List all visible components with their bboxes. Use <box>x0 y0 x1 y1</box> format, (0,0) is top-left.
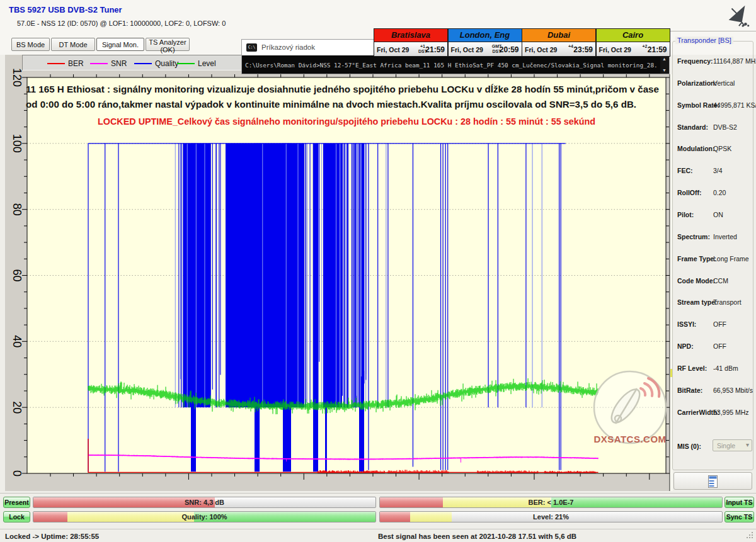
transponder-row-value: Vertical <box>713 79 735 87</box>
transponder-row-value: DVB-S2 <box>713 123 737 131</box>
bar-value-label: Quality: 100% <box>33 513 375 521</box>
legend-label: SNR <box>111 59 127 68</box>
snr-progress-bar: SNR: 4,3 dB <box>33 497 376 508</box>
svg-text:60: 60 <box>11 269 23 281</box>
snr-swatch-icon <box>90 63 108 64</box>
clock-time: 20:59 <box>500 45 519 54</box>
transponder-row: NPD:OFF <box>672 342 756 351</box>
transponder-row-label: Polarization: <box>677 79 717 87</box>
transponder-row-value: Transport <box>713 298 742 306</box>
clock-bratislava: Bratislava Fri, Oct 29 +1DST 21:59 <box>374 28 448 57</box>
transponder-row-value: Inverted <box>713 233 737 240</box>
app-subtitle: 57.0E - NSS 12 (ID: 0570) @ LOF1: 100000… <box>17 20 226 27</box>
transponder-row: BitRate:66,953 Mbit/s <box>672 387 756 395</box>
svg-text:40: 40 <box>11 335 23 347</box>
transponder-row-label: RF Level: <box>677 364 707 372</box>
transponder-row: Code Mode:CCM <box>672 277 756 286</box>
resize-grip[interactable] <box>746 531 754 539</box>
legend-label: Quality <box>155 59 178 68</box>
clock-dubai: Dubai Fri, Oct 29 +4 23:59 <box>522 28 596 57</box>
clock-time: 23:59 <box>573 45 593 54</box>
clock-datetime: Fri, Oct 29 +1DST 21:59 <box>374 42 448 57</box>
transponder-row: Spectrum:Inverted <box>672 233 756 242</box>
transponder-row-value: OFF <box>713 320 726 328</box>
ts-analyzer-button[interactable]: TS Analyzer (OK) <box>146 38 190 51</box>
transponder-row-value: 66,953 Mbit/s <box>713 387 753 394</box>
chevron-down-icon: ▾ <box>746 441 749 448</box>
scroll-down-icon[interactable]: ▼ <box>662 68 667 72</box>
quality-swatch-icon <box>134 63 152 64</box>
ber-swatch-icon <box>47 63 65 64</box>
world-clocks: Bratislava Fri, Oct 29 +1DST 21:59 Londo… <box>374 28 670 57</box>
cmd-scrollbar[interactable]: ▲ ▼ <box>660 55 669 74</box>
transponder-row-label: Spectrum: <box>677 233 710 240</box>
clock-date: Fri, Oct 29 <box>377 46 409 54</box>
transponder-row-label: BitRate: <box>677 387 702 394</box>
svg-text:100: 100 <box>11 134 23 153</box>
transponder-row: RollOff:0.20 <box>672 189 756 198</box>
ts-list-button[interactable] <box>673 472 752 490</box>
transponder-row-value: ON <box>713 211 723 218</box>
legend-item-level: Level <box>177 55 216 71</box>
transponder-row-value: -41 dBm <box>713 364 738 372</box>
transponder-row: FEC:3/4 <box>672 167 756 176</box>
transponder-row-label: ISSYI: <box>677 320 696 328</box>
dxsatcs-watermark: DXSATCS.COM <box>583 367 677 461</box>
uptime-status: Locked -> Uptime: 28:55:55 <box>5 533 99 540</box>
cmd-icon <box>246 43 257 52</box>
transponder-row-label: Standard: <box>677 123 708 131</box>
bs-mode-button[interactable]: BS Mode <box>11 38 50 51</box>
transponder-row-label: Code Mode: <box>677 277 715 285</box>
watermark-text: DXSATCS.COM <box>583 434 677 444</box>
plot-background <box>27 77 666 473</box>
clock-city-label: Bratislava <box>374 28 448 42</box>
clock-city-label: Cairo <box>596 28 670 42</box>
dxsatcs-logo-icon <box>583 367 677 461</box>
legend-label: Level <box>198 59 216 68</box>
svg-text:120: 120 <box>11 68 23 87</box>
transponder-row-label: Stream type: <box>677 298 718 306</box>
mis-select[interactable]: Single ▾ <box>713 439 752 451</box>
quality-progress-bar: Quality: 100% <box>33 511 376 522</box>
bars-divider <box>0 493 756 494</box>
transponder-row-value: 11164,887 MHz <box>713 57 756 65</box>
dt-mode-button[interactable]: DT Mode <box>51 38 95 51</box>
svg-text:20: 20 <box>11 401 23 414</box>
clock-london: London, Eng Fri, Oct 29 GMTDST 20:59 <box>448 28 522 57</box>
cmd-console[interactable]: C:\Users\Roman Dávid>NSS 12-57°E_East Af… <box>242 55 669 74</box>
clock-date: Fri, Oct 29 <box>451 46 483 54</box>
signal-mon-button[interactable]: Signal Mon. <box>96 38 144 51</box>
transponder-row-label: Frequency: <box>677 57 713 65</box>
clock-city-label: Dubai <box>522 28 596 42</box>
transponder-row-value: 53,995 MHz <box>713 409 749 416</box>
svg-text:od 0:00 do 5:00 ráno,takmer na: od 0:00 do 5:00 ráno,takmer nastal výpad… <box>26 99 636 110</box>
signal-chart: 02040608010012011 165 H Ethiosat : signá… <box>5 55 670 491</box>
level-swatch-icon <box>177 63 195 64</box>
cmd-title: Príkazový riadok <box>261 43 315 51</box>
transponder-row: Modulation:QPSK <box>672 145 756 154</box>
clock-datetime: Fri, Oct 29 GMTDST 20:59 <box>448 42 522 57</box>
svg-text:0: 0 <box>11 470 23 477</box>
bar-value-label: Level: 21% <box>380 513 722 521</box>
transponder-row: RF Level:-41 dBm <box>672 364 756 373</box>
clock-datetime: Fri, Oct 29 +4 23:59 <box>522 42 596 57</box>
sync-ts-button[interactable]: Sync TS <box>724 511 754 522</box>
transponder-row-value: 44995,871 KS/s <box>713 101 756 109</box>
present-button[interactable]: Present <box>3 497 30 508</box>
cmd-command-text: C:\Users\Roman Dávid>NSS 12-57°E_East Af… <box>245 62 658 69</box>
transponder-row-value: OFF <box>713 342 726 350</box>
svg-text:11 165 H Ethiosat : signálny m: 11 165 H Ethiosat : signálny monitoring … <box>26 84 659 94</box>
transponder-row: Frequency:11164,887 MHz <box>672 57 756 66</box>
transponder-row-value: 3/4 <box>713 167 723 174</box>
transponder-row-label: Pilot: <box>677 211 694 218</box>
chart-annotations: 11 165 H Ethiosat : signálny monitoring … <box>26 84 659 127</box>
clock-time: 21:59 <box>648 45 667 54</box>
transponder-row: Pilot:ON <box>672 211 756 220</box>
clock-date: Fri, Oct 29 <box>599 46 631 54</box>
input-ts-button[interactable]: Input TS <box>724 497 754 508</box>
clock-city-label: London, Eng <box>448 28 522 42</box>
scroll-up-icon[interactable]: ▲ <box>662 57 667 61</box>
status-bar: Locked -> Uptime: 28:55:55 Best signal h… <box>0 529 756 542</box>
lock-button[interactable]: Lock <box>3 511 30 522</box>
satellite-dish-icon <box>724 3 751 28</box>
